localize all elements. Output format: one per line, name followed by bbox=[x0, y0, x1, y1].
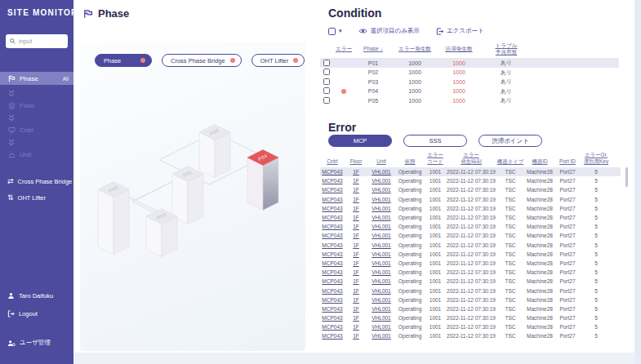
error-table-scrollbar[interactable] bbox=[625, 167, 628, 187]
phase-node-P04[interactable]: P04 bbox=[247, 150, 278, 211]
table-row[interactable]: P04 1000 1000 あり bbox=[320, 87, 619, 96]
cell-cntrl-link[interactable]: MCP043 bbox=[320, 260, 345, 266]
cell-unit-link[interactable]: VHL001 bbox=[367, 324, 395, 330]
cell-unit-link[interactable]: VHL001 bbox=[367, 297, 395, 303]
table-row[interactable]: MCP043 1F VHL001 Operating 1001 2022-11-… bbox=[320, 295, 621, 304]
search-input[interactable] bbox=[19, 38, 64, 45]
col-header-cntrl[interactable]: Cntrl bbox=[320, 158, 345, 165]
cell-unit-link[interactable]: VHL001 bbox=[367, 197, 395, 202]
cell-floor-link[interactable]: 1F bbox=[345, 288, 367, 294]
cell-cntrl-link[interactable]: MCP043 bbox=[320, 178, 345, 184]
col-header-port-id[interactable]: Port ID bbox=[555, 158, 580, 165]
cell-floor-link[interactable]: 1F bbox=[345, 278, 367, 284]
cell-cntrl-link[interactable]: MCP043 bbox=[320, 233, 345, 238]
select-all-checkbox[interactable]: ▾ bbox=[328, 28, 342, 35]
cell-unit-link[interactable]: VHL001 bbox=[367, 233, 395, 238]
cell-floor-link[interactable]: 1F bbox=[345, 169, 367, 175]
col-header-occurred-at[interactable]: エラー 発生時刻 bbox=[446, 152, 496, 165]
cell-cntrl-link[interactable]: MCP043 bbox=[320, 297, 345, 303]
cell-unit-link[interactable]: VHL001 bbox=[367, 306, 395, 312]
cell-floor-link[interactable]: 1F bbox=[345, 215, 367, 220]
cell-floor-link[interactable]: 1F bbox=[345, 269, 367, 275]
cell-cntrl-link[interactable]: MCP043 bbox=[320, 278, 345, 284]
cell-unit-link[interactable]: VHL001 bbox=[367, 251, 395, 257]
table-row[interactable]: MCP043 1F VHL001 Operating 1001 2022-11-… bbox=[320, 222, 621, 231]
cell-floor-link[interactable]: 1F bbox=[345, 224, 367, 229]
table-row[interactable]: P01 1000 1000 あり bbox=[320, 58, 619, 68]
cell-unit-link[interactable]: VHL001 bbox=[367, 178, 395, 184]
cell-cntrl-link[interactable]: MCP043 bbox=[320, 224, 345, 229]
filter-chip-congestion-point[interactable]: 渋滞ポイント bbox=[479, 135, 542, 147]
cell-unit-link[interactable]: VHL001 bbox=[367, 260, 395, 266]
filter-chip-mcp[interactable]: MCP bbox=[328, 135, 392, 147]
phase-node-P02[interactable]: P02 bbox=[98, 182, 129, 255]
cell-cntrl-link[interactable]: MCP043 bbox=[320, 242, 345, 248]
cell-unit-link[interactable]: VHL001 bbox=[367, 224, 395, 229]
cell-cntrl-link[interactable]: MCP043 bbox=[320, 206, 345, 211]
row-checkbox[interactable] bbox=[323, 87, 330, 94]
row-checkbox[interactable] bbox=[323, 60, 330, 66]
col-header-floor[interactable]: Floor bbox=[345, 158, 367, 165]
cell-cntrl-link[interactable]: MCP043 bbox=[320, 269, 345, 275]
table-row[interactable]: MCP043 1F VHL001 Operating 1001 2022-11-… bbox=[320, 304, 621, 313]
export-button[interactable]: エクスポート bbox=[436, 27, 484, 35]
sidebar-search[interactable] bbox=[6, 34, 68, 48]
cell-cntrl-link[interactable]: MCP043 bbox=[320, 333, 345, 339]
table-row[interactable]: MCP043 1F VHL001 Operating 1001 2022-11-… bbox=[320, 231, 621, 240]
logout-button[interactable]: Logout bbox=[0, 310, 73, 317]
col-header-device-type[interactable]: 機器タイプ bbox=[496, 158, 524, 165]
cell-floor-link[interactable]: 1F bbox=[345, 315, 367, 321]
table-row[interactable]: P02 1000 1000 あり bbox=[320, 68, 619, 78]
table-row[interactable]: MCP043 1F VHL001 Operating 1001 2022-11-… bbox=[320, 322, 621, 331]
phase-node-P03[interactable]: P03 bbox=[146, 209, 177, 257]
table-row[interactable]: MCP043 1F VHL001 Operating 1001 2022-11-… bbox=[320, 185, 621, 194]
row-checkbox[interactable] bbox=[323, 97, 330, 104]
cell-cntrl-link[interactable]: MCP043 bbox=[320, 215, 345, 220]
cell-cntrl-link[interactable]: MCP043 bbox=[320, 306, 345, 312]
sidebar-link-oht-lifter[interactable]: ⇅ OHT Lifter bbox=[0, 194, 73, 202]
cell-floor-link[interactable]: 1F bbox=[345, 324, 367, 330]
cell-floor-link[interactable]: 1F bbox=[345, 251, 367, 257]
cell-unit-link[interactable]: VHL001 bbox=[367, 278, 395, 284]
table-row[interactable]: MCP043 1F VHL001 Operating 1001 2022-11-… bbox=[320, 277, 621, 286]
sidebar-link-cross-phase-bridge[interactable]: ⇄ Cross Phase Bridge bbox=[0, 178, 73, 185]
table-row[interactable]: MCP043 1F VHL001 Operating 1001 2022-11-… bbox=[320, 195, 621, 204]
cell-unit-link[interactable]: VHL001 bbox=[367, 187, 395, 193]
page-scrollbar-gutter[interactable] bbox=[634, 0, 641, 364]
cell-cntrl-link[interactable]: MCP043 bbox=[320, 324, 345, 330]
cell-floor-link[interactable]: 1F bbox=[345, 187, 367, 193]
col-header-error[interactable]: エラー bbox=[333, 46, 354, 52]
col-header-error-count[interactable]: エラー発生数 bbox=[392, 46, 438, 52]
sidebar-item-phase[interactable]: Phase All bbox=[0, 72, 73, 85]
cell-unit-link[interactable]: VHL001 bbox=[367, 242, 395, 248]
cell-unit-link[interactable]: VHL001 bbox=[367, 333, 395, 339]
table-row[interactable]: MCP043 1F VHL001 Operating 1001 2022-11-… bbox=[320, 250, 621, 259]
cell-unit-link[interactable]: VHL001 bbox=[367, 315, 395, 321]
cell-unit-link[interactable]: VHL001 bbox=[367, 215, 395, 220]
col-header-phase[interactable]: Phase ↓ bbox=[354, 46, 392, 52]
cell-unit-link[interactable]: VHL001 bbox=[367, 269, 395, 275]
user-profile[interactable]: Taro Daifuku bbox=[0, 292, 73, 300]
table-row[interactable]: P03 1000 1000 あり bbox=[320, 77, 619, 87]
col-header-error-code[interactable]: エラー コード bbox=[425, 152, 446, 165]
cell-floor-link[interactable]: 1F bbox=[345, 233, 367, 238]
col-header-unit[interactable]: Unit bbox=[367, 158, 395, 165]
user-admin-button[interactable]: ユーザ管理 bbox=[0, 339, 73, 347]
table-row[interactable]: MCP043 1F VHL001 Operating 1001 2022-11-… bbox=[320, 204, 621, 213]
show-selected-button[interactable]: 選択項目のみ表示 bbox=[358, 27, 420, 35]
cell-cntrl-link[interactable]: MCP043 bbox=[320, 288, 345, 294]
table-row[interactable]: MCP043 1F VHL001 Operating 1001 2022-11-… bbox=[320, 331, 621, 340]
filter-chip-sss[interactable]: SSS bbox=[403, 135, 467, 147]
phase-node-P05[interactable]: P05 bbox=[199, 125, 230, 178]
table-row[interactable]: MCP043 1F VHL001 Operating 1001 2022-11-… bbox=[320, 313, 621, 322]
table-row[interactable]: P05 1000 1000 あり bbox=[320, 95, 619, 105]
phase-node-P01[interactable]: P01 bbox=[172, 166, 203, 224]
cell-floor-link[interactable]: 1F bbox=[345, 206, 367, 211]
table-row[interactable]: MCP043 1F VHL001 Operating 1001 2022-11-… bbox=[320, 259, 621, 268]
cell-cntrl-link[interactable]: MCP043 bbox=[320, 315, 345, 321]
cell-cntrl-link[interactable]: MCP043 bbox=[320, 169, 345, 175]
col-header-status[interactable]: 状態 bbox=[395, 158, 425, 165]
cell-floor-link[interactable]: 1F bbox=[345, 306, 367, 312]
cell-floor-link[interactable]: 1F bbox=[345, 178, 367, 184]
col-header-group-key[interactable]: エラーGr. 選別用Key bbox=[580, 152, 612, 165]
